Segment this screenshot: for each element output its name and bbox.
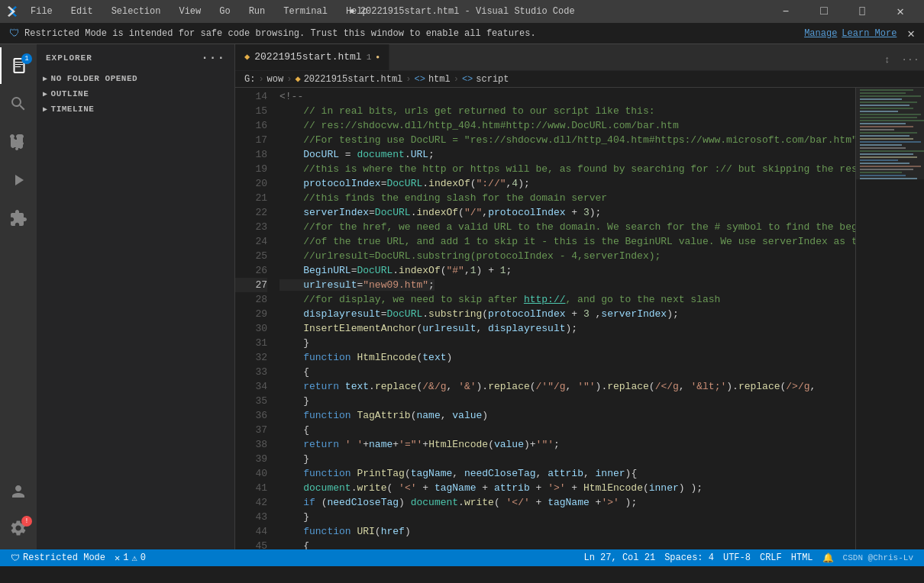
restore-button[interactable]: □ [806,0,842,23]
error-icon: ✕ [115,552,120,564]
cursor-position[interactable]: Ln 27, Col 21 [580,549,661,566]
minimize-button[interactable]: – [768,0,803,23]
banner-text: Restricted Mode is intended for safe cod… [24,28,800,39]
window-controls: – □ ⎕ ✕ [768,0,918,23]
breadcrumb-script[interactable]: <> script [462,74,509,85]
status-right: Ln 27, Col 21 Spaces: 4 UTF-8 CRLF HTML … [580,549,919,566]
sidebar-header: Explorer ··· [37,44,234,71]
status-bar: 🛡 Restricted Mode ✕ 1 ⚠ 0 Ln 27, Col 21 … [0,549,924,566]
source-control-icon[interactable] [0,124,37,160]
line-numbers: 14 15 16 17 18 19 20 21 22 23 24 25 26 2… [235,88,273,549]
chevron-right-icon: ▶ [43,74,48,83]
tab-modified-dot: ● [376,53,380,60]
vscode-logo [6,5,18,18]
breadcrumb: G: › wow › ◆ 20221915start.html › <> htm… [235,71,924,88]
tab-bar: ◆ 20221915start.html 1 ● ↕ ··· [235,44,924,71]
minimap-canvas [856,88,924,549]
chevron-right-icon-outline: ▶ [43,89,48,98]
tab-number: 1 [367,53,372,62]
extensions-icon[interactable] [0,200,37,237]
bell-icon: 🔔 [822,552,834,564]
restricted-banner: 🛡 Restricted Mode is intended for safe c… [0,23,924,44]
learn-more-link[interactable]: Learn More [842,28,897,39]
title-bar: File Edit Selection View Go Run Terminal… [0,0,924,23]
activity-bottom: ! [0,473,37,546]
line-ending[interactable]: CRLF [755,549,787,566]
timeline-label: TIMELINE [51,105,95,114]
menu-terminal[interactable]: Terminal [277,0,334,23]
minimap [855,88,924,549]
code-editor[interactable]: 14 15 16 17 18 19 20 21 22 23 24 25 26 2… [235,88,924,549]
tab-bar-right: ↕ ··· [877,49,924,70]
active-tab[interactable]: ◆ 20221915start.html 1 ● [235,44,389,70]
close-banner-button[interactable]: ✕ [907,26,915,41]
restricted-mode-status[interactable]: 🛡 Restricted Mode [6,549,110,566]
no-folder-section[interactable]: ▶ NO FOLDER OPENED [37,71,234,86]
menu-selection[interactable]: Selection [105,0,167,23]
restricted-mode-label: Restricted Mode [23,552,105,563]
sidebar-more-actions[interactable]: ··· [201,51,225,65]
account-icon[interactable] [0,473,37,510]
editor-area: ◆ 20221915start.html 1 ● ↕ ··· G: › wow … [235,44,924,549]
code-content[interactable]: <!-- // in real bits, urls get returned … [273,88,855,549]
outline-section[interactable]: ▶ OUTLINE [37,86,234,101]
outline-label: OUTLINE [51,89,89,98]
errors-status[interactable]: ✕ 1 ⚠ 0 [110,549,150,566]
manage-link[interactable]: Manage [804,28,837,39]
breadcrumb-file[interactable]: ◆ 20221915start.html [295,73,402,85]
warning-count: 0 [141,552,146,563]
menu-view[interactable]: View [173,0,207,23]
search-icon[interactable] [0,85,37,122]
error-count: 1 [123,552,128,563]
encoding[interactable]: UTF-8 [719,549,755,566]
main-layout: 1 ! Explorer ··· ▶ [0,44,924,549]
tab-filename: 20221915start.html [254,51,361,63]
sidebar: Explorer ··· ▶ NO FOLDER OPENED ▶ OUTLIN… [37,44,235,549]
window-title: ● 20221915start.html - Visual Studio Cod… [349,6,574,17]
svg-rect-31 [856,88,924,179]
activity-bar: 1 ! [0,44,37,549]
run-debug-icon[interactable] [0,162,37,198]
explorer-icon[interactable]: 1 [0,47,37,84]
menu-go[interactable]: Go [213,0,236,23]
layout-button[interactable]: ⎕ [845,0,880,23]
settings-icon[interactable]: ! [0,510,37,546]
title-bar-left: File Edit Selection View Go Run Terminal… [6,0,374,23]
no-folder-label: NO FOLDER OPENED [51,74,138,83]
chevron-right-icon-timeline: ▶ [43,105,48,114]
language-mode[interactable]: HTML [787,549,818,566]
breadcrumb-wow[interactable]: wow [267,74,284,85]
timeline-section[interactable]: ▶ TIMELINE [37,101,234,117]
csdn-label: CSDN @Chris-Lv [838,549,918,566]
more-actions-button[interactable]: ··· [900,49,921,70]
close-button[interactable]: ✕ [883,0,918,23]
settings-badge: ! [21,516,32,527]
notifications[interactable]: 🔔 [818,549,838,566]
warning-icon: ⚠ [131,552,137,564]
shield-status-icon: 🛡 [11,552,20,564]
menu-run[interactable]: Run [243,0,272,23]
explorer-badge: 1 [21,53,32,64]
explorer-title: Explorer [46,53,92,63]
indentation[interactable]: Spaces: 4 [660,549,719,566]
menu-file[interactable]: File [24,0,59,23]
menu-edit[interactable]: Edit [65,0,99,23]
breadcrumb-g[interactable]: G: [244,74,255,85]
split-editor-button[interactable]: ↕ [877,49,898,70]
shield-icon: 🛡 [9,27,20,40]
breadcrumb-html[interactable]: <> html [414,74,450,85]
